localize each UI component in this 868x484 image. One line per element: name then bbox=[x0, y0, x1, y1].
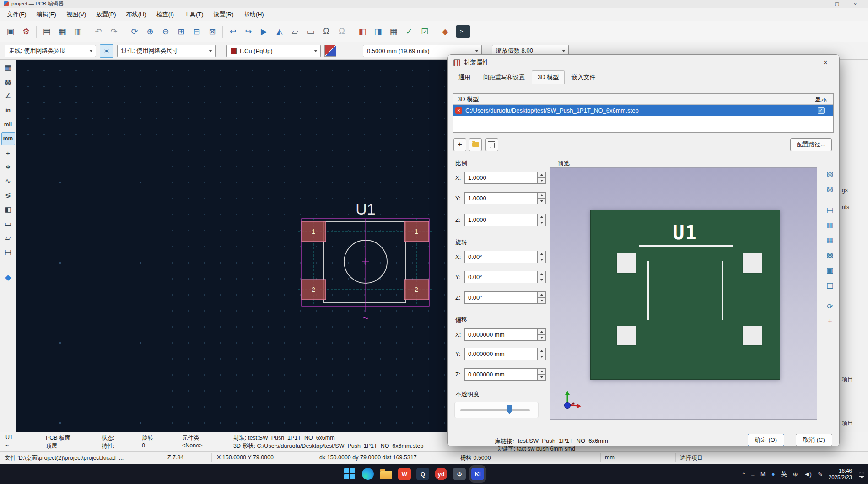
save-icon[interactable]: ▣ bbox=[3, 24, 18, 39]
zoom-fit-icon[interactable]: ⊞ bbox=[173, 24, 189, 39]
add-model-button[interactable]: + bbox=[453, 138, 466, 151]
show-paste-icon[interactable]: ▩ bbox=[824, 249, 836, 261]
page-settings-icon[interactable]: ▤ bbox=[39, 24, 54, 39]
notification-bell-icon[interactable] bbox=[859, 472, 864, 477]
update-pcb-icon[interactable]: ▦ bbox=[386, 24, 401, 39]
ratsnest-curved-icon[interactable]: ∿ bbox=[1, 175, 15, 188]
kicad-icon[interactable]: Ki bbox=[471, 468, 484, 480]
print-icon[interactable]: ▦ bbox=[54, 24, 70, 39]
maximize-button[interactable]: ▢ bbox=[828, 0, 846, 8]
group-icon[interactable]: ▱ bbox=[287, 24, 303, 39]
tab-clearance-overrides[interactable]: 间距重写和设置 bbox=[477, 70, 531, 84]
view-back-icon[interactable]: ▨ bbox=[824, 183, 836, 194]
language-indicator[interactable]: 英 bbox=[781, 470, 787, 478]
youdao-icon[interactable]: yd bbox=[435, 468, 447, 480]
ok-button[interactable]: 确定 (O) bbox=[748, 434, 784, 446]
offset-y-spinner[interactable] bbox=[538, 348, 546, 360]
design-rules-icon[interactable]: ☑ bbox=[417, 24, 432, 39]
zoom-in-icon[interactable]: ⊕ bbox=[142, 24, 158, 39]
menu-tools[interactable]: 工具(T) bbox=[179, 8, 209, 21]
tray-expand-icon[interactable]: ^ bbox=[742, 471, 745, 478]
gr)id-dots-fine-icon[interactable]: ▩ bbox=[1, 75, 15, 88]
cancel-button[interactable]: 取消 (C) bbox=[796, 434, 832, 446]
volume-icon[interactable]: ◄) bbox=[804, 471, 812, 478]
lock-icon[interactable]: Ω bbox=[318, 24, 334, 39]
tab-3d-models[interactable]: 3D 模型 bbox=[532, 70, 565, 84]
ratsnest-local-icon[interactable]: ∗ bbox=[1, 161, 15, 173]
show-soldermask-icon[interactable]: ▦ bbox=[824, 234, 836, 246]
library-compare-icon[interactable]: ◨ bbox=[370, 24, 386, 39]
menu-file[interactable]: 文件(F) bbox=[2, 8, 32, 21]
menu-route[interactable]: 布线(U) bbox=[121, 8, 151, 21]
units-mils-button[interactable]: mil bbox=[1, 118, 15, 131]
delete-model-button[interactable] bbox=[485, 138, 498, 151]
show-components-icon[interactable]: ◫ bbox=[824, 279, 836, 291]
scale-x-spinner[interactable] bbox=[538, 172, 546, 184]
layer-pair-icon[interactable] bbox=[324, 45, 336, 57]
mirror-icon[interactable]: ◭ bbox=[272, 24, 287, 39]
undo-icon[interactable]: ↶ bbox=[91, 24, 106, 39]
unlock-icon[interactable]: Ω bbox=[334, 24, 350, 39]
drc-check-icon[interactable]: ✓ bbox=[401, 24, 417, 39]
footprint-editor-icon[interactable]: ◆ bbox=[437, 24, 453, 39]
scripting-console-icon[interactable]: >_ bbox=[456, 25, 470, 38]
units-mm-button[interactable]: mm bbox=[1, 132, 15, 145]
scale-y-input[interactable]: 1.0000 bbox=[464, 192, 538, 204]
offset-x-input[interactable]: 0.000000 mm bbox=[464, 328, 538, 341]
sketch-pads-icon[interactable]: ▱ bbox=[1, 231, 15, 244]
refresh-view-icon[interactable]: ⟳ bbox=[824, 300, 836, 312]
menu-view[interactable]: 视图(V) bbox=[61, 8, 91, 21]
3d-preview[interactable]: U1 bbox=[550, 167, 817, 420]
browse-model-button[interactable] bbox=[469, 138, 482, 151]
rotation-y-spinner[interactable] bbox=[538, 271, 546, 283]
show-axes-icon[interactable]: + bbox=[824, 315, 836, 327]
appearance-manager-icon[interactable]: ◆ bbox=[1, 271, 15, 284]
ungroup-icon[interactable]: ▭ bbox=[303, 24, 318, 39]
zoom-out-icon[interactable]: ⊖ bbox=[158, 24, 173, 39]
rotation-z-input[interactable]: 0.00° bbox=[464, 291, 538, 304]
menu-inspect[interactable]: 检查(I) bbox=[151, 8, 179, 21]
plot-icon[interactable]: ▥ bbox=[70, 24, 86, 39]
view-front-icon[interactable]: ▧ bbox=[824, 167, 836, 179]
dialog-close-icon[interactable]: × bbox=[817, 57, 834, 69]
cursor-style-icon[interactable]: + bbox=[1, 146, 15, 159]
auto-track-width-toggle[interactable]: ≍ bbox=[100, 44, 113, 58]
offset-x-spinner[interactable] bbox=[538, 328, 546, 341]
grid-dots-icon[interactable]: ▦ bbox=[1, 61, 15, 74]
run-drc-icon[interactable]: ▶ bbox=[256, 24, 272, 39]
show-adhesive-icon[interactable]: ▣ bbox=[824, 264, 836, 276]
units-inches-button[interactable]: in bbox=[1, 104, 15, 117]
qq-icon[interactable]: Q bbox=[416, 468, 429, 480]
menu-preferences[interactable]: 设置(R) bbox=[209, 8, 239, 21]
menu-help[interactable]: 帮助(H) bbox=[239, 8, 269, 21]
refresh-icon[interactable]: ⟳ bbox=[127, 24, 142, 39]
tab-general[interactable]: 通用 bbox=[453, 70, 476, 84]
start-button[interactable] bbox=[343, 468, 356, 480]
sketch-tracks-icon[interactable]: ▭ bbox=[1, 217, 15, 230]
close-button[interactable]: × bbox=[846, 0, 864, 8]
zoom-objects-icon[interactable]: ⊟ bbox=[189, 24, 205, 39]
tray-audio-mixer-icon[interactable]: ≡ bbox=[751, 471, 755, 478]
net-inspector-icon[interactable]: ◧ bbox=[1, 203, 15, 216]
opacity-slider-handle[interactable] bbox=[507, 405, 512, 414]
edge-browser-icon[interactable] bbox=[361, 468, 374, 480]
show-silkscreen-icon[interactable]: ▥ bbox=[824, 219, 836, 231]
opacity-slider[interactable] bbox=[460, 409, 530, 411]
footprint-drawing[interactable]: U1 1 1 2 2 ~ bbox=[277, 197, 469, 334]
minimize-button[interactable]: – bbox=[809, 0, 828, 8]
forward-icon[interactable]: ↪ bbox=[241, 24, 256, 39]
layer-select[interactable]: F.Cu (PgUp) bbox=[226, 45, 321, 57]
rotation-x-input[interactable]: 0.00° bbox=[464, 251, 538, 263]
taskbar-clock[interactable]: 16:46 2025/2/23 bbox=[829, 468, 852, 480]
scale-y-spinner[interactable] bbox=[538, 192, 546, 204]
swap-layers-icon[interactable]: ◧ bbox=[355, 24, 370, 39]
highlight-net-icon[interactable]: ≶ bbox=[1, 189, 15, 202]
configure-paths-button[interactable]: 配置路径... bbox=[790, 138, 832, 151]
offset-z-spinner[interactable] bbox=[538, 368, 546, 381]
scale-z-input[interactable]: 1.0000 bbox=[464, 214, 538, 226]
tab-embedded-files[interactable]: 嵌入文件 bbox=[566, 70, 601, 84]
redo-icon[interactable]: ↷ bbox=[106, 24, 122, 39]
show-model-checkbox[interactable]: ✓ bbox=[818, 107, 825, 114]
settings-gear-icon[interactable]: ⚙ bbox=[453, 468, 466, 480]
rotation-y-input[interactable]: 0.00° bbox=[464, 271, 538, 283]
